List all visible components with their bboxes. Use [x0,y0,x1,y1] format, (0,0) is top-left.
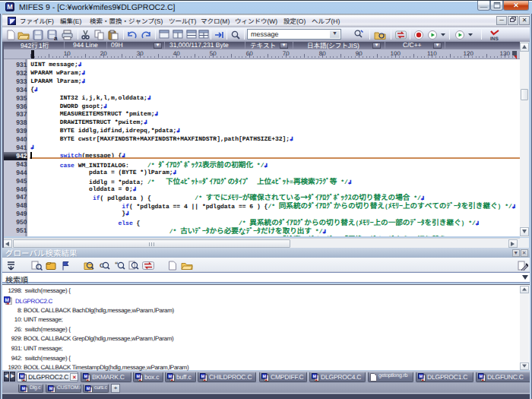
svg-text:M: M [169,375,173,379]
svg-text:M: M [22,387,26,391]
svg-text:M: M [21,375,24,379]
svg-text:INS: INS [490,36,499,41]
svg-text:M: M [49,387,53,391]
svg-text:M: M [201,375,205,379]
svg-text:M: M [5,297,8,302]
svg-text:“: “ [115,261,119,268]
svg-text:M: M [137,375,141,379]
svg-text:M: M [263,375,267,379]
svg-text:M: M [313,375,317,379]
svg-text:M: M [84,375,88,379]
svg-text:M: M [87,387,90,391]
svg-text:M: M [420,375,423,379]
svg-text:M: M [480,375,483,379]
svg-text:a: a [54,35,58,41]
